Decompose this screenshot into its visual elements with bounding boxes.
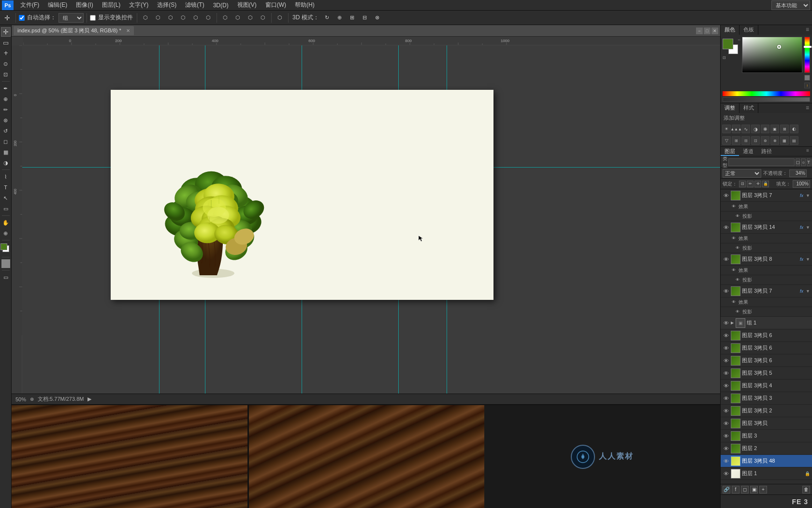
layers-search-input[interactable] <box>728 158 795 166</box>
document-close-btn[interactable]: ✕ <box>126 28 130 33</box>
3d-slide-btn[interactable]: ⊟ <box>360 13 370 23</box>
screen-mode-btn[interactable]: ▭ <box>1 272 11 282</box>
sub-shadow-vis-4[interactable]: 👁 <box>734 309 741 315</box>
sub-vis-2[interactable]: 👁 <box>730 235 737 242</box>
layer-1[interactable]: 👁 图层 1 🔒 <box>721 467 812 480</box>
maximize-btn[interactable]: □ <box>704 28 710 34</box>
distribute-h-btn[interactable]: ⬡ <box>220 13 231 23</box>
reset-colors-btn[interactable]: ⊡ <box>723 56 726 60</box>
menu-file[interactable]: 文件(F) <box>16 0 43 10</box>
distribute-space-v-btn[interactable]: ⬡ <box>258 13 268 23</box>
layer-visibility-btn[interactable]: 👁 <box>723 345 729 352</box>
3d-rotate-btn[interactable]: ↻ <box>322 13 333 23</box>
sub-layer-effect-1[interactable]: 👁 效果 <box>721 202 812 212</box>
layer-menu-btn[interactable]: ▼ <box>806 289 810 294</box>
layer-visibility-btn[interactable]: 👁 <box>723 382 729 389</box>
layer-group-1[interactable]: 👁 ▶ ▣ 组 1 <box>721 317 812 329</box>
layer-2[interactable]: 👁 图层 2 <box>721 442 812 455</box>
align-right-btn[interactable]: ⬡ <box>165 13 176 23</box>
channelmixer-icon[interactable]: ⊞ <box>732 136 740 145</box>
menu-filter[interactable]: 滤镜(T) <box>181 0 208 10</box>
exposure-icon[interactable]: ◑ <box>751 125 760 133</box>
menu-window[interactable]: 窗口(W) <box>261 0 290 10</box>
lasso-tool[interactable]: ⵜ <box>1 48 11 58</box>
layer-item-3copy14[interactable]: 👁 图层 3拷贝 14 fx ▼ <box>721 221 812 234</box>
layer-visibility-btn[interactable]: 👁 <box>723 395 729 402</box>
sub-layer-vis[interactable]: 👁 <box>730 203 737 210</box>
menu-view[interactable]: 视图(V) <box>233 0 261 10</box>
layer-item-3copy7-top[interactable]: 👁 图层 3拷贝 7 fx ▼ <box>721 189 812 202</box>
sub-shadow-4[interactable]: 👁 投影 <box>721 307 812 317</box>
layer-3copy6-b[interactable]: 👁 图层 3拷贝 6 <box>721 342 812 354</box>
fg-color-swatch[interactable] <box>0 243 7 250</box>
crop-tool[interactable]: ⊡ <box>1 70 11 79</box>
curves-icon[interactable]: ∿ <box>741 125 750 133</box>
layers-panel-menu[interactable]: ≡ <box>803 147 812 156</box>
minimize-btn[interactable]: − <box>696 28 703 34</box>
photofilter-icon[interactable]: ▽ <box>722 136 731 145</box>
layer-visibility-btn[interactable]: 👁 <box>723 408 729 414</box>
sub-shadow-vis[interactable]: 👁 <box>734 213 741 220</box>
hue-slider[interactable] <box>804 37 810 73</box>
path-select-tool[interactable]: ↖ <box>1 193 11 203</box>
color-panel-menu-btn[interactable]: ≡ <box>803 25 812 35</box>
menu-select[interactable]: 选择(S) <box>153 0 180 10</box>
clone-tool[interactable]: ⊛ <box>1 115 11 125</box>
add-style-btn[interactable]: f <box>732 486 740 494</box>
menu-text[interactable]: 文字(Y) <box>125 0 152 10</box>
layer-item-3copy8[interactable]: 👁 图层 3拷贝 8 fx ▼ <box>721 253 812 266</box>
color-spectrum-bar[interactable] <box>723 91 810 96</box>
distribute-v-btn[interactable]: ⬡ <box>232 13 243 23</box>
workspace-dropdown[interactable]: 基本功能 <box>771 0 810 10</box>
close-btn[interactable]: ✕ <box>711 28 718 34</box>
filter-pixel-btn[interactable]: ◻ <box>796 158 800 166</box>
app-logo[interactable]: Ps <box>2 0 14 10</box>
move-tool[interactable]: ✛ <box>1 27 11 37</box>
layer-3[interactable]: 👁 图层 3 <box>721 430 812 442</box>
marquee-tool[interactable]: ▭ <box>1 38 11 47</box>
heal-tool[interactable]: ⊕ <box>1 94 11 104</box>
colorbalance-icon[interactable]: ⊠ <box>780 125 789 133</box>
vibrance-icon[interactable]: ❋ <box>761 125 769 133</box>
history-brush-tool[interactable]: ↺ <box>1 126 11 136</box>
canvas-viewport[interactable]: 0 200 400 600 800 1000 <box>12 37 720 394</box>
sub-layer-shadow-1[interactable]: 👁 投影 <box>721 212 812 221</box>
3d-pan-btn[interactable]: ⊕ <box>334 13 345 23</box>
selective-color-icon[interactable]: ▤ <box>790 136 798 145</box>
menu-3d[interactable]: 3D(D) <box>209 1 232 10</box>
layer-3copy6-a[interactable]: 👁 图层 3拷贝 6 <box>721 329 812 342</box>
tab-channels[interactable]: 通道 <box>739 147 757 156</box>
layer-visibility-btn[interactable]: 👁 <box>723 357 729 364</box>
menu-layer[interactable]: 图层(L) <box>98 0 125 10</box>
filter-adjust-btn[interactable]: ☼ <box>801 158 806 166</box>
layer-3copy3[interactable]: 👁 图层 3拷贝 3 <box>721 392 812 405</box>
sub-shadow-2[interactable]: 👁 投影 <box>721 243 812 253</box>
tab-adjustments[interactable]: 调整 <box>721 103 740 113</box>
align-center-v-btn[interactable]: ⬡ <box>190 13 201 23</box>
tab-layers[interactable]: 图层 <box>721 147 739 156</box>
brightness-contrast-icon[interactable]: ☀ <box>722 125 731 133</box>
shape-tool[interactable]: ▭ <box>1 204 11 213</box>
3d-scale-btn[interactable]: ⊗ <box>372 13 383 23</box>
align-top-btn[interactable]: ⬡ <box>178 13 188 23</box>
show-transform-checkbox[interactable] <box>90 15 96 21</box>
filter-type-btn[interactable]: T <box>807 158 811 166</box>
sub-effect-4[interactable]: 👁 效果 <box>721 297 812 307</box>
layer-menu-btn[interactable]: ▼ <box>806 225 810 230</box>
align-bottom-btn[interactable]: ⬡ <box>203 13 214 23</box>
layer-visibility-btn[interactable]: 👁 <box>723 256 729 263</box>
adjust-panel-menu[interactable]: ≡ <box>803 103 812 113</box>
group-expand-btn[interactable]: ▶ <box>731 321 734 325</box>
layer-item-3copy7-second[interactable]: 👁 图层 3拷贝 7 fx ▼ <box>721 285 812 297</box>
eraser-tool[interactable]: ◻ <box>1 137 11 146</box>
lock-all-btn[interactable]: 🔒 <box>762 181 769 187</box>
layer-visibility-btn[interactable]: 👁 <box>723 458 729 465</box>
sub-vis-3[interactable]: 👁 <box>730 267 737 274</box>
menu-help[interactable]: 帮助(H) <box>291 0 319 10</box>
layer-3copy[interactable]: 👁 图层 3拷贝 <box>721 417 812 430</box>
layer-3copy6-c[interactable]: 👁 图层 3拷贝 6 <box>721 354 812 367</box>
invert-icon[interactable]: ⊡ <box>751 136 760 145</box>
tab-styles[interactable]: 样式 <box>740 103 758 113</box>
menu-image[interactable]: 图像(I) <box>72 0 97 10</box>
layer-3copy5[interactable]: 👁 图层 3拷贝 5 <box>721 367 812 380</box>
